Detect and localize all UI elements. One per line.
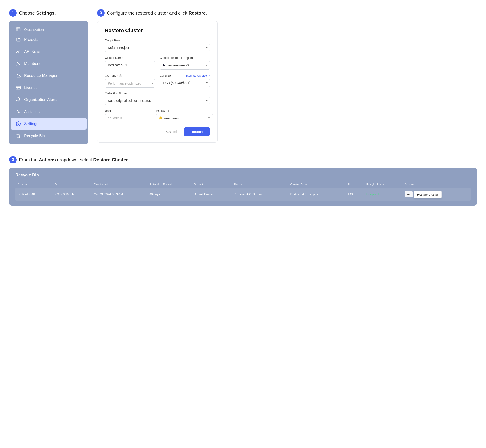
estimate-cu-link[interactable]: Estimate CU size ↗ xyxy=(186,74,210,77)
actions-button[interactable]: ··· xyxy=(405,192,413,198)
recycle-bin-table: Cluster D Deleted At Retention Period Pr… xyxy=(15,181,471,200)
col-cluster: Cluster xyxy=(15,181,52,188)
form-actions: Cancel Restore xyxy=(105,127,210,136)
cell-size: 1 CU xyxy=(345,188,364,201)
target-project-group: Target Project Default Project ▾ xyxy=(105,39,210,52)
sidebar-item-org-alerts[interactable]: Organization Alerts xyxy=(11,94,86,105)
svg-rect-0 xyxy=(16,28,20,32)
target-project-label: Target Project xyxy=(105,39,210,42)
gear-icon xyxy=(16,121,21,126)
sidebar-item-resource-manager[interactable]: Resource Manager xyxy=(11,70,86,81)
user-input[interactable] xyxy=(105,114,151,122)
cell-project: Default Project xyxy=(191,188,231,201)
trash-icon xyxy=(16,133,21,138)
collection-status-group: Collection Status* Keep original collect… xyxy=(105,92,210,105)
sidebar-item-license[interactable]: License xyxy=(11,82,86,94)
sidebar-item-projects[interactable]: Projects xyxy=(11,34,86,45)
step2-badge: 2 xyxy=(9,156,17,163)
sidebar: Organization Projects API Keys xyxy=(9,21,88,144)
eye-icon[interactable]: 👁 xyxy=(207,116,211,120)
col-plan: Cluster Plan xyxy=(288,181,345,188)
status-badge: Recycled xyxy=(366,192,379,196)
restore-cluster-popup[interactable]: Restore Cluster xyxy=(414,191,442,198)
step1-badge: 1 xyxy=(9,9,17,17)
collection-status-select-wrapper[interactable]: Keep original collection status ▾ xyxy=(105,96,210,105)
cloud-provider-select[interactable]: 🏳 aws-us-west-2 ▾ xyxy=(160,61,210,70)
password-wrapper: 🔑 👁 xyxy=(156,114,213,122)
recycle-bin-panel: Recycle Bin Cluster D Deleted At Retenti… xyxy=(9,168,477,206)
password-input[interactable] xyxy=(156,114,213,122)
restore-button[interactable]: Restore xyxy=(184,127,210,136)
bell-icon xyxy=(16,97,21,102)
cloud-provider-group: Cloud Provider & Region 🏳 aws-us-west-2 … xyxy=(160,56,210,70)
cluster-name-input[interactable] xyxy=(105,61,155,69)
license-label: License xyxy=(24,85,38,90)
cu-type-select-wrapper[interactable]: Performance-optimized ▾ xyxy=(105,79,155,88)
cu-row: CU Type* ⓘ Performance-optimized ▾ CU Si… xyxy=(105,74,210,88)
restore-form-title: Restore Cluster xyxy=(105,28,210,33)
cell-region: 🏳 us-west-2 (Oregon) xyxy=(231,188,288,201)
col-actions: Actions xyxy=(402,181,471,188)
projects-label: Projects xyxy=(24,37,38,42)
cancel-button[interactable]: Cancel xyxy=(163,128,181,136)
cloud-chevron-icon: ▾ xyxy=(205,64,207,67)
user-label: User xyxy=(105,109,151,112)
password-group: Password 🔑 👁 xyxy=(156,109,213,122)
recycle-bin-title: Recycle Bin xyxy=(15,173,471,178)
svg-rect-7 xyxy=(16,86,20,89)
step2-header: 2 From the Actions dropdown, select Rest… xyxy=(9,156,477,163)
cell-cluster: Dedicated-01 xyxy=(15,188,52,201)
user-password-row: User Password 🔑 👁 xyxy=(105,109,210,122)
target-project-select-wrapper[interactable]: Default Project ▾ xyxy=(105,44,210,52)
region-flag-icon: 🏳 xyxy=(234,192,237,196)
folder-icon xyxy=(16,37,21,42)
cu-type-select[interactable]: Performance-optimized xyxy=(105,79,155,88)
recycle-bin-label: Recycle Bin xyxy=(24,134,45,138)
col-retention: Retention Period xyxy=(147,181,191,188)
person-icon xyxy=(16,61,21,66)
cluster-name-group: Cluster Name xyxy=(105,56,155,70)
col-deleted-at: Deleted At xyxy=(92,181,147,188)
step3-badge: 3 xyxy=(97,9,105,17)
cell-plan: Dedicated (Enterprise) xyxy=(288,188,345,201)
sidebar-item-recycle-bin[interactable]: Recycle Bin xyxy=(11,130,86,142)
step1-header: 1 Choose Settings. xyxy=(9,9,88,17)
settings-label: Settings xyxy=(24,121,38,126)
svg-point-5 xyxy=(17,51,18,53)
region-text: us-west-2 (Oregon) xyxy=(238,192,264,196)
org-alerts-label: Organization Alerts xyxy=(24,97,57,102)
sidebar-item-members[interactable]: Members xyxy=(11,58,86,70)
step3-header: 3 Configure the restored cluster and cli… xyxy=(97,9,477,17)
cloud-icon xyxy=(16,73,21,78)
col-region: Region xyxy=(231,181,288,188)
target-project-select[interactable]: Default Project xyxy=(105,44,210,52)
svg-point-10 xyxy=(18,123,19,125)
cu-type-label: CU Type* ⓘ xyxy=(105,74,155,78)
card-icon xyxy=(16,85,21,90)
cu-size-select[interactable]: 1 CU ($0.248/hour) xyxy=(160,79,210,87)
sidebar-item-settings[interactable]: Settings xyxy=(11,118,86,130)
aws-flag-icon: 🏳 xyxy=(163,63,166,67)
key-icon: 🔑 xyxy=(158,116,162,120)
cu-size-select-wrapper[interactable]: 1 CU ($0.248/hour) ▾ xyxy=(160,79,210,87)
api-keys-label: API Keys xyxy=(24,49,40,54)
col-project: Project xyxy=(191,181,231,188)
resource-manager-label: Resource Manager xyxy=(24,73,58,78)
cell-status: Recycled xyxy=(364,188,402,201)
info-icon: ⓘ xyxy=(119,74,122,77)
sidebar-item-api-keys[interactable]: API Keys xyxy=(11,46,86,57)
activities-label: Activities xyxy=(24,110,39,114)
org-label: Organization xyxy=(24,28,44,32)
password-label: Password xyxy=(156,109,213,112)
key-icon xyxy=(16,49,21,54)
col-d: D xyxy=(52,181,92,188)
sidebar-item-activities[interactable]: Activities xyxy=(11,106,86,118)
cell-d: 270ae89f5eeb xyxy=(52,188,92,201)
collection-status-label: Collection Status* xyxy=(105,92,210,95)
cu-type-group: CU Type* ⓘ Performance-optimized ▾ xyxy=(105,74,155,88)
collection-status-select[interactable]: Keep original collection status xyxy=(105,96,210,105)
building-icon xyxy=(16,27,21,32)
activity-icon xyxy=(16,109,21,114)
cell-deleted-at: Oct 23, 2024 3:19 AM xyxy=(92,188,147,201)
col-status: Recyle Status xyxy=(364,181,402,188)
